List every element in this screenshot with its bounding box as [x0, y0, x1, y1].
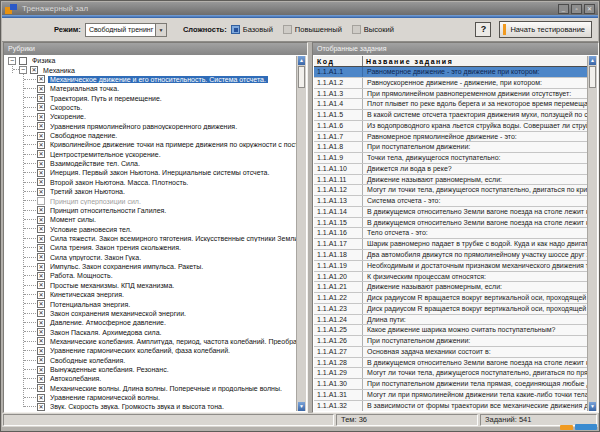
tree-item[interactable]: ✕Закон Паскаля. Архимедова сила. — [5, 327, 296, 336]
tree-item[interactable]: ✕Звук. Скорость звука. Громкость звука и… — [5, 402, 296, 411]
table-row[interactable]: 1.1.A1.22Диск радиусом R вращается вокру… — [314, 293, 587, 304]
table-row[interactable]: 1.1.A1.3При прямолинейном равнопеременно… — [314, 89, 587, 100]
table-row[interactable]: 1.1.A1.32В зависимости от формы траектор… — [314, 401, 587, 411]
checkbox-icon[interactable]: ✕ — [37, 150, 45, 158]
table-row[interactable]: 1.1.A1.16Тело отсчета - это: — [314, 228, 587, 239]
tree-item[interactable]: ✕Свободные колебания. — [5, 356, 296, 365]
checkbox-icon[interactable]: ✕ — [37, 132, 45, 140]
close-button[interactable]: ✕ — [584, 4, 595, 14]
column-header-code[interactable]: Код — [314, 56, 363, 66]
table-row[interactable]: 1.1.A1.1Равномерное движение - это движе… — [314, 67, 587, 78]
checkbox-icon[interactable]: ✕ — [37, 384, 45, 392]
checkbox-icon[interactable] — [283, 25, 292, 34]
tree-item[interactable]: ✕Сила тяжести. Закон всемирного тяготени… — [5, 234, 296, 243]
tree-item[interactable]: ✕Скорость. — [5, 103, 296, 112]
chevron-down-icon[interactable]: ▼ — [155, 24, 166, 36]
table-row[interactable]: 1.1.A1.24Длина пути: — [314, 315, 587, 326]
tree-item[interactable]: ✕Работа. Мощность. — [5, 271, 296, 280]
table-row[interactable]: 1.1.A1.11Движение называют равномерным, … — [314, 175, 587, 186]
checkbox-icon[interactable]: ✕ — [37, 309, 45, 317]
table-row[interactable]: 1.1.A1.9Точки тела, движущегося поступат… — [314, 153, 587, 164]
tree-item[interactable]: ✕Взаимодействие тел. Сила. — [5, 159, 296, 168]
tree-item[interactable]: ✕Давление. Атмосферное давление. — [5, 318, 296, 327]
tree-item[interactable]: ✕Сила упругости. Закон Гука. — [5, 253, 296, 262]
tree-item[interactable]: −Физика — [5, 56, 296, 65]
tree-item[interactable]: ✕Криволинейное движение точки на примере… — [5, 140, 296, 149]
difficulty-option[interactable]: Базовый — [231, 25, 273, 34]
table-row[interactable]: 1.1.A1.14В движущемся относительно Земли… — [314, 207, 587, 218]
checkbox-icon[interactable] — [37, 197, 45, 205]
checkbox-icon[interactable]: ✕ — [37, 375, 45, 383]
table-row[interactable]: 1.1.A1.12Могут ли точки тела, движущегос… — [314, 185, 587, 196]
checkbox-icon[interactable]: ✕ — [37, 85, 45, 93]
tree-item[interactable]: −✕Механика — [5, 65, 296, 74]
tree-item[interactable]: ✕Центростремительное ускорение. — [5, 150, 296, 159]
tree-item[interactable]: ✕Автоколебания. — [5, 374, 296, 383]
tree-item[interactable]: ✕Инерция. Первый закон Ньютона. Инерциал… — [5, 168, 296, 177]
tree-item[interactable]: ✕Третий закон Ньютона. — [5, 187, 296, 196]
tree-item[interactable]: ✕Принцип относительности Галилея. — [5, 206, 296, 215]
checkbox-icon[interactable]: ✕ — [37, 281, 45, 289]
table-row[interactable]: 1.1.A1.25Какое движение шарика можно счи… — [314, 325, 587, 336]
tree-item[interactable]: Принцип суперпозиции сил. — [5, 196, 296, 205]
tree-item[interactable]: ✕Импульс. Закон сохранения импульса. Рак… — [5, 262, 296, 271]
expander-minus-icon[interactable]: − — [8, 57, 16, 65]
minimize-button[interactable]: _ — [558, 4, 569, 14]
tree-item[interactable]: ✕Закон сохранения механической энергии. — [5, 309, 296, 318]
start-testing-button[interactable]: Начать тестирование — [499, 21, 592, 38]
tree-item[interactable]: ✕Ускорение. — [5, 112, 296, 121]
checkbox-icon[interactable]: ✕ — [37, 94, 45, 102]
tree-item[interactable]: ✕Материальная точка. — [5, 84, 296, 93]
checkbox-icon[interactable]: ✕ — [37, 103, 45, 111]
tree-item[interactable]: ✕Механическое движение и его относительн… — [5, 75, 296, 84]
table-row[interactable]: 1.1.A1.21Движение называют равномерным, … — [314, 282, 587, 293]
checkbox-icon[interactable]: ✕ — [37, 169, 45, 177]
table-row[interactable]: 1.1.A1.4Плот плывет по реке вдоль берега… — [314, 99, 587, 110]
tree-item[interactable]: ✕Момент силы. — [5, 215, 296, 224]
table-row[interactable]: 1.1.A1.26При поступательном движении: — [314, 336, 587, 347]
checkbox-icon[interactable]: ✕ — [37, 188, 45, 196]
expander-minus-icon[interactable]: − — [19, 66, 27, 74]
checkbox-icon[interactable]: ✕ — [37, 122, 45, 130]
scrollbar-thumb[interactable] — [589, 66, 596, 88]
checkbox-icon[interactable]: ✕ — [37, 263, 45, 271]
checkbox-icon[interactable]: ✕ — [37, 328, 45, 336]
rubrics-scrollbar[interactable]: ▲ ▼ — [296, 56, 306, 411]
checkbox-icon[interactable]: ✕ — [37, 75, 45, 83]
checkbox-icon[interactable]: ✕ — [37, 206, 45, 214]
scroll-up-icon[interactable]: ▲ — [298, 56, 305, 65]
scroll-down-icon[interactable]: ▼ — [298, 402, 305, 411]
tree-item[interactable]: ✕Простые механизмы. КПД механизма. — [5, 281, 296, 290]
tree-item[interactable]: ✕Свободное падение. — [5, 131, 296, 140]
scrollbar-thumb[interactable] — [298, 66, 305, 88]
checkbox-icon[interactable]: ✕ — [37, 178, 45, 186]
table-row[interactable]: 1.1.A1.30При поступательном движении тел… — [314, 379, 587, 390]
tree-item[interactable]: ✕Условие равновесия тел. — [5, 224, 296, 233]
checkbox-icon[interactable]: ✕ — [30, 66, 38, 74]
tree-item[interactable]: ✕Сила трения. Закон трения скольжения. — [5, 243, 296, 252]
mode-select[interactable]: Свободный тренинг ▼ — [85, 23, 167, 37]
checkbox-icon[interactable]: ✕ — [37, 216, 45, 224]
checkbox-icon[interactable] — [231, 25, 240, 34]
difficulty-option[interactable]: Высокий — [352, 25, 394, 34]
table-row[interactable]: 1.1.A1.18Два автомобиля движутся по прям… — [314, 250, 587, 261]
checkbox-icon[interactable]: ✕ — [37, 300, 45, 308]
checkbox-icon[interactable]: ✕ — [37, 225, 45, 233]
maximize-button[interactable]: ▫ — [571, 4, 582, 14]
checkbox-icon[interactable]: ✕ — [37, 394, 45, 402]
checkbox-icon[interactable]: ✕ — [37, 160, 45, 168]
table-row[interactable]: 1.1.A1.29Могут ли точки тела, движущегос… — [314, 368, 587, 379]
tree-item[interactable]: ✕Уравнение гармонической волны. — [5, 393, 296, 402]
tree-item[interactable]: ✕Уравнения прямолинейного равноускоренно… — [5, 122, 296, 131]
checkbox-icon[interactable]: ✕ — [37, 113, 45, 121]
checkbox-icon[interactable]: ✕ — [37, 141, 45, 149]
tree-item[interactable]: ✕Механические колебания. Амплитуда, пери… — [5, 337, 296, 346]
table-row[interactable]: 1.1.A1.15В движущемся относительно Земли… — [314, 218, 587, 229]
table-row[interactable]: 1.1.A1.5В какой системе отсчета траектор… — [314, 110, 587, 121]
checkbox-icon[interactable]: ✕ — [37, 244, 45, 252]
checkbox-icon[interactable]: ✕ — [37, 291, 45, 299]
table-row[interactable]: 1.1.A1.28В движущемся относительно Земли… — [314, 358, 587, 369]
table-row[interactable]: 1.1.A1.8При поступательном движении: — [314, 142, 587, 153]
tree-item[interactable]: ✕Второй закон Ньютона. Масса. Плотность. — [5, 178, 296, 187]
checkbox-icon[interactable] — [19, 57, 27, 65]
